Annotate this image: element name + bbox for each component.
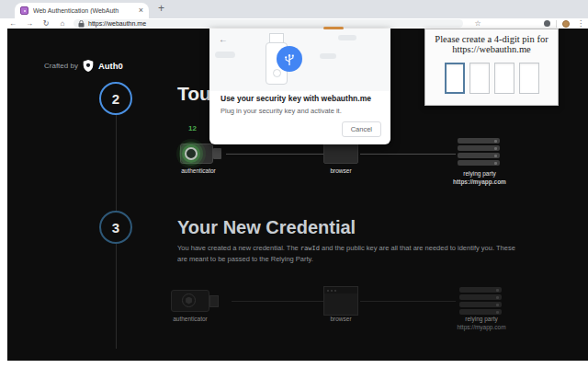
bookmark-star-icon[interactable]: ☆ bbox=[472, 18, 483, 29]
dialog-back-icon[interactable]: ← bbox=[219, 34, 228, 44]
dialog-subtitle: Plug in your security key and activate i… bbox=[220, 107, 381, 115]
authenticator-label: authenticator bbox=[161, 316, 220, 322]
new-tab-button[interactable]: + bbox=[158, 2, 164, 15]
usb-connector-icon bbox=[209, 295, 219, 307]
cloud-icon bbox=[338, 35, 356, 40]
home-icon[interactable]: ⌂ bbox=[57, 18, 68, 29]
relying-party-server-icon bbox=[459, 287, 502, 316]
connection-line bbox=[360, 301, 456, 302]
webauthn-favicon-icon bbox=[20, 6, 28, 15]
security-key-illustration bbox=[209, 29, 390, 91]
security-key-dialog: ← Use your security key with webauthn.me… bbox=[209, 29, 390, 144]
relying-party-server-icon bbox=[458, 138, 500, 167]
step-3-description: You have created a new credential. The r… bbox=[177, 243, 515, 264]
description-text: You have created a new credential. The bbox=[177, 244, 300, 252]
connection-line bbox=[226, 154, 323, 155]
pin-digit-input-3[interactable] bbox=[494, 63, 514, 94]
relying-party-url: https://myapp.com bbox=[447, 178, 513, 185]
authenticator-label: authenticator bbox=[169, 167, 228, 174]
cloud-icon bbox=[215, 52, 235, 58]
address-bar[interactable]: https://webauthn.me bbox=[74, 19, 463, 28]
crafted-by-label: Crafted by bbox=[44, 62, 78, 70]
lock-icon bbox=[78, 20, 85, 28]
toolbar-divider bbox=[556, 20, 557, 28]
step-3-circle: 3 bbox=[99, 211, 132, 244]
tab-webauthn[interactable]: Web Authentication (WebAuth × bbox=[15, 3, 149, 18]
dialog-title: Use your security key with webauthn.me bbox=[220, 94, 381, 103]
step-3-heading: Your New Credential bbox=[177, 217, 356, 238]
pin-digit-input-1[interactable] bbox=[445, 63, 465, 94]
step-2-circle: 2 bbox=[99, 82, 132, 115]
profile-avatar[interactable] bbox=[562, 20, 570, 28]
usb-connector-icon bbox=[213, 148, 221, 159]
pin-digit-input-2[interactable] bbox=[469, 63, 490, 94]
authenticator-touch-ring-icon bbox=[185, 147, 198, 160]
pin-digit-input-4[interactable] bbox=[519, 63, 539, 94]
browser-icon bbox=[323, 286, 358, 316]
hexagon-icon bbox=[186, 297, 193, 305]
extension-icon[interactable] bbox=[544, 20, 550, 27]
pin-entry-popup: Please create a 4-digit pin for https://… bbox=[424, 29, 559, 106]
url-text: https://webauthn.me bbox=[88, 20, 146, 27]
connection-line bbox=[232, 301, 323, 302]
countdown-timer: 12 bbox=[188, 124, 197, 132]
browser-label: browser bbox=[323, 167, 358, 174]
step-connector-line bbox=[116, 115, 117, 211]
close-tab-icon[interactable]: × bbox=[139, 6, 143, 15]
relying-party-label: relying party bbox=[450, 170, 509, 177]
step-2-number: 2 bbox=[112, 91, 119, 107]
cancel-button[interactable]: Cancel bbox=[342, 121, 381, 137]
browser-toolbar: ← → ↻ ⌂ https://webauthn.me ☆ ⋮ bbox=[0, 18, 588, 29]
menu-icon[interactable]: ⋮ bbox=[575, 18, 586, 29]
usb-badge-icon bbox=[277, 46, 302, 72]
step-3-number: 3 bbox=[112, 220, 119, 236]
browser-label: browser bbox=[323, 316, 358, 322]
rawid-code: rawId bbox=[300, 245, 320, 252]
reload-icon[interactable]: ↻ bbox=[40, 18, 51, 29]
step-connector-line bbox=[116, 244, 117, 349]
brand-name: Auth0 bbox=[98, 61, 123, 71]
tab-strip: Web Authentication (WebAuth × + bbox=[0, 0, 588, 18]
progress-indicator bbox=[323, 27, 344, 29]
tab-title: Web Authentication (WebAuth bbox=[33, 7, 134, 14]
relying-party-url: https://myapp.com bbox=[448, 324, 514, 330]
back-icon[interactable]: ← bbox=[7, 18, 18, 29]
connection-line bbox=[360, 154, 456, 155]
cloud-icon bbox=[320, 53, 336, 59]
browser-titlebar bbox=[324, 287, 357, 293]
relying-party-label: relying party bbox=[452, 316, 511, 322]
browser-window: Web Authentication (WebAuth × + ← → ↻ ⌂ … bbox=[0, 0, 588, 368]
security-key-hole-icon bbox=[273, 69, 281, 77]
crafted-by: Crafted by Auth0 bbox=[44, 60, 123, 72]
pin-prompt-line1: Please create a 4-digit pin for bbox=[425, 34, 558, 44]
forward-icon[interactable]: → bbox=[24, 18, 35, 29]
pin-prompt-line2: https://webauthn.me bbox=[425, 44, 558, 54]
pin-digit-inputs bbox=[425, 63, 558, 94]
authenticator-button-icon bbox=[182, 293, 196, 307]
auth0-shield-icon bbox=[83, 60, 94, 72]
